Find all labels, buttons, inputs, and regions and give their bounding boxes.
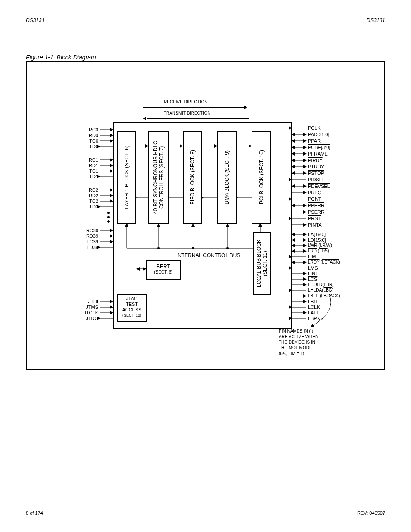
pin-lhold: LHOLD(LBR) (308, 282, 333, 287)
pin-lrd: LRD (LDS) (308, 249, 329, 253)
pin-ld: LD[15:0] (308, 237, 326, 243)
pin-rc1: RC1 (83, 157, 98, 162)
pin-pinta: PINTA (308, 222, 322, 227)
svg-point-19 (108, 216, 110, 218)
pin-pperr: PPERR (308, 203, 324, 208)
pin-jtdi: JTDI (78, 299, 98, 304)
pin-pdevsel: PDEVSEL (308, 184, 330, 189)
pin-tc2: TC2 (83, 199, 98, 204)
pin-rd0: RD0 (83, 133, 98, 138)
pin-pirdy: PIRDY (308, 158, 323, 163)
pin-la: LA[19:0] (308, 232, 326, 237)
pin-pad: PAD[31:0] (308, 132, 329, 137)
header-left: DS3131 (26, 17, 44, 23)
header-right: DS3131 (367, 17, 385, 23)
pin-names-note: PIN NAMES IN ( ) ARE ACTIVE WHEN THE DEV… (279, 328, 318, 356)
pin-ptrdy: PTRDY (308, 164, 324, 169)
footer-left: 8 of 174 (26, 510, 43, 516)
svg-point-39 (158, 247, 160, 249)
pin-lbpxs: LBPXS (308, 316, 323, 321)
svg-point-41 (227, 247, 229, 249)
footer-bar (26, 506, 385, 506)
pin-prst: PRST (308, 216, 321, 221)
pin-tc39: TC39 (81, 239, 98, 244)
pin-td1: TD1 (83, 174, 98, 179)
pin-pgnt: PGNT (308, 196, 321, 202)
pin-td0: TD0 (83, 144, 98, 149)
pin-jtms: JTMS (78, 305, 98, 310)
fifo-block: FIFO BLOCK (SECT. 8) (183, 131, 202, 224)
pin-lwr: LWR (LR/W) (308, 243, 332, 248)
pci-block: PCI BLOCK (SECT. 10) (252, 131, 271, 224)
pin-td2: TD2 (83, 204, 98, 209)
diagram-outer: RECEIVE DIRECTION TRANSMIT DIRECTION (26, 61, 385, 370)
pin-ppar: PPAR (308, 138, 321, 143)
pin-rd39: RD39 (81, 233, 98, 239)
pin-tc1: TC1 (83, 168, 98, 174)
pin-jtdo: JTDO (78, 316, 98, 321)
header-bar (26, 28, 385, 28)
svg-point-20 (108, 221, 110, 223)
pin-pstop: PSTOP (308, 171, 324, 176)
layer1-block: LAYER 1 BLOCK (SECT. 6) (117, 131, 136, 224)
pin-lrdy: LRDY (LDTACK) (308, 260, 340, 264)
hdlc-block: 40-BIT SYNCHRONOUS HDLCCONTROLLERS (SECT… (148, 131, 169, 224)
dma-block: DMA BLOCK (SECT. 9) (217, 131, 237, 224)
pin-pcbe: PCBE[3:0] (308, 145, 330, 150)
pin-td39: TD39 (81, 245, 98, 250)
control-bus-label: INTERNAL CONTROL BUS (176, 252, 240, 258)
pin-pframe: PFRAME (308, 151, 328, 156)
pin-lale: LALE (308, 310, 320, 315)
svg-point-18 (108, 212, 110, 214)
pin-lms: LMS (308, 265, 318, 271)
pin-jtclk: JTCLK (78, 310, 98, 315)
pin-rd2: RD2 (83, 193, 98, 198)
pin-tc0: TC0 (83, 138, 98, 143)
pin-pserr: PSERR (308, 209, 324, 215)
svg-point-40 (192, 247, 194, 249)
pin-lclk: LCLK (308, 305, 320, 310)
pin-lble: LBLE (LBGACK) (308, 293, 340, 298)
localbus-block: LOCAL BUS BLOCK(SECT. 11) (253, 232, 271, 295)
pin-rc0: RC0 (83, 127, 98, 132)
pin-preq: PREQ (308, 190, 321, 195)
pin-lhlda: LHLDA(LBG) (308, 288, 333, 292)
figure-title: Figure 1-1. Block Diagram (26, 54, 96, 61)
pin-lbhe: LBHE (308, 299, 321, 304)
bert-block: BERT (SECT. 6) (146, 260, 181, 280)
pin-pclk: PCLK (308, 125, 321, 131)
pin-lcs: LCS (308, 277, 317, 282)
pin-lim: LIM (308, 254, 316, 259)
jtag-block: JTAG TEST ACCESS (SECT. 12) (117, 294, 147, 322)
pin-pidsel: PIDSEL (308, 177, 325, 182)
pin-rc2: RC2 (83, 187, 98, 193)
pin-lint: LINT (308, 271, 318, 276)
footer-right: REV: 040507 (357, 510, 385, 516)
pin-rc39: RC39 (81, 228, 98, 233)
pin-rd1: RD1 (83, 163, 98, 168)
